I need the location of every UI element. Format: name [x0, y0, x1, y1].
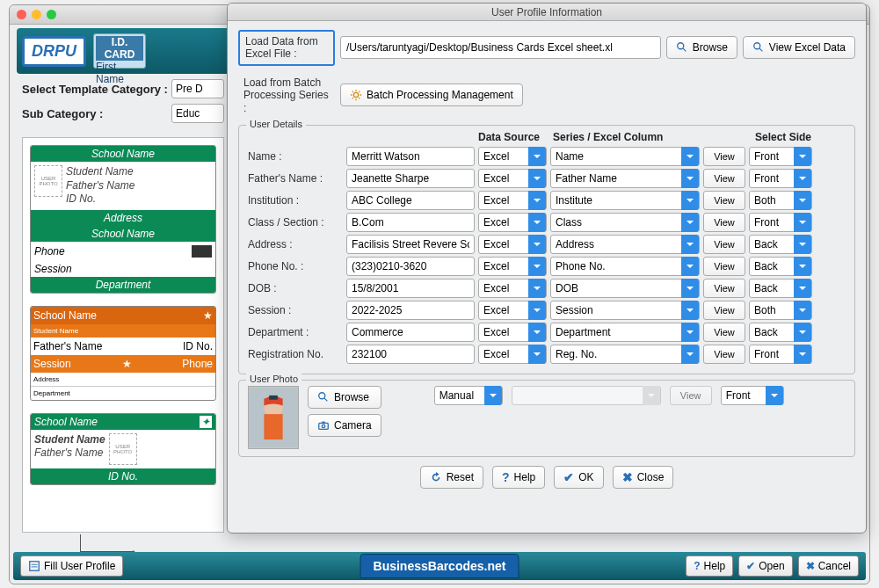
batch-processing-button[interactable]: Batch Processing Management	[340, 83, 523, 106]
connector-line	[80, 534, 133, 552]
series-column-select[interactable]: Address	[550, 235, 700, 254]
series-column-select[interactable]: Institute	[550, 191, 700, 210]
side-select[interactable]: Front	[749, 169, 812, 188]
select-side-header: Select Side	[755, 131, 821, 143]
browse-photo-button[interactable]: Browse	[308, 386, 381, 409]
user-detail-row: Address :ExcelAddressViewBack	[248, 235, 846, 254]
field-value-input[interactable]	[346, 345, 475, 364]
camera-button[interactable]: Camera	[308, 414, 381, 437]
series-column-select[interactable]: Father Name	[550, 169, 700, 188]
view-button[interactable]: View	[703, 213, 745, 232]
template-item-1[interactable]: School Name USER PHOTO Student Name Fath…	[30, 145, 216, 294]
close-dialog-button[interactable]: ✖Close	[613, 466, 674, 489]
dialog-button-bar: Reset ?Help ✔OK ✖Close	[238, 466, 855, 489]
data-source-select[interactable]: Excel	[478, 279, 547, 298]
chevron-down-icon	[681, 301, 699, 320]
dialog-title: User Profile Information	[228, 4, 866, 21]
user-detail-row: Name :ExcelNameViewFront	[248, 147, 846, 166]
view-button[interactable]: View	[703, 323, 745, 342]
view-excel-data-button[interactable]: View Excel Data	[743, 36, 855, 59]
sub-category-select[interactable]	[171, 104, 224, 123]
template-item-2[interactable]: School Name★ Student Name Father's NameI…	[30, 306, 216, 401]
data-source-select[interactable]: Excel	[478, 257, 547, 276]
open-button[interactable]: ✔Open	[738, 555, 792, 577]
camera-icon	[317, 419, 330, 432]
user-detail-row: Institution :ExcelInstituteViewBoth	[248, 191, 846, 210]
field-value-input[interactable]	[346, 323, 475, 342]
data-source-select[interactable]: Excel	[478, 235, 547, 254]
chevron-down-icon	[681, 169, 699, 188]
side-select[interactable]: Back	[749, 257, 812, 276]
view-button[interactable]: View	[703, 235, 745, 254]
field-value-input[interactable]	[346, 169, 475, 188]
view-button[interactable]: View	[703, 301, 745, 320]
field-value-input[interactable]	[346, 235, 475, 254]
field-label: Father's Name :	[248, 172, 343, 185]
help-button[interactable]: ?Help	[686, 555, 733, 577]
chevron-down-icon	[681, 191, 699, 210]
field-label: Address :	[248, 238, 343, 250]
series-column-select[interactable]: Reg. No.	[550, 345, 700, 364]
data-source-header: Data Source	[478, 131, 553, 143]
field-value-input[interactable]	[346, 213, 475, 232]
view-button[interactable]: View	[703, 257, 745, 276]
photo-view-button[interactable]: View	[670, 386, 712, 405]
zoom-traffic-light[interactable]	[47, 10, 56, 19]
help-dialog-button[interactable]: ?Help	[492, 466, 545, 489]
reset-button[interactable]: Reset	[420, 466, 483, 489]
chevron-down-icon	[528, 191, 546, 210]
data-source-select[interactable]: Excel	[478, 147, 547, 166]
side-select[interactable]: Front	[749, 147, 812, 166]
template-list[interactable]: School Name USER PHOTO Student Name Fath…	[22, 137, 224, 533]
series-column-select[interactable]: Class	[550, 213, 700, 232]
field-value-input[interactable]	[346, 301, 475, 320]
side-select[interactable]: Front	[749, 345, 812, 364]
side-select[interactable]: Back	[749, 279, 812, 298]
view-button[interactable]: View	[703, 169, 745, 188]
series-column-select[interactable]: Phone No.	[550, 257, 700, 276]
data-source-select[interactable]: Excel	[478, 301, 547, 320]
view-button[interactable]: View	[703, 191, 745, 210]
chevron-down-icon	[766, 386, 783, 405]
photo-side-select[interactable]: Front	[721, 386, 784, 405]
field-value-input[interactable]	[346, 191, 475, 210]
view-button[interactable]: View	[703, 279, 745, 298]
field-value-input[interactable]	[346, 147, 475, 166]
idcard-graphic: I.D. CARD First Name	[93, 33, 146, 69]
template-item-3[interactable]: School Name✦ Student Name Father's Name …	[30, 413, 216, 485]
field-value-input[interactable]	[346, 257, 475, 276]
close-traffic-light[interactable]	[17, 10, 26, 19]
data-source-select[interactable]: Excel	[478, 191, 547, 210]
photo-series-select[interactable]	[512, 386, 661, 405]
field-value-input[interactable]	[346, 279, 475, 298]
side-select[interactable]: Front	[749, 213, 812, 232]
series-column-select[interactable]: Department	[550, 323, 700, 342]
data-source-select[interactable]: Excel	[478, 323, 547, 342]
side-select[interactable]: Back	[749, 323, 812, 342]
excel-path-input[interactable]	[340, 36, 661, 59]
view-button[interactable]: View	[703, 345, 745, 364]
side-select[interactable]: Back	[749, 235, 812, 254]
chevron-down-icon	[794, 323, 811, 342]
side-select[interactable]: Both	[749, 301, 812, 320]
ok-button[interactable]: ✔OK	[554, 466, 603, 489]
fill-user-profile-button[interactable]: Fill User Profile	[20, 555, 123, 577]
template-category-select[interactable]	[171, 79, 224, 98]
series-column-select[interactable]: Name	[550, 147, 700, 166]
field-label: Class / Section :	[248, 216, 343, 229]
user-photo-preview	[248, 386, 299, 449]
field-label: Institution :	[248, 194, 343, 207]
data-source-select[interactable]: Excel	[478, 169, 547, 188]
field-label: DOB :	[248, 282, 343, 294]
data-source-select[interactable]: Excel	[478, 213, 547, 232]
view-button[interactable]: View	[703, 147, 745, 166]
browse-excel-button[interactable]: Browse	[666, 36, 737, 59]
series-column-select[interactable]: DOB	[550, 279, 700, 298]
cancel-button[interactable]: ✖Cancel	[798, 555, 859, 577]
minimize-traffic-light[interactable]	[32, 10, 41, 19]
data-source-select[interactable]: Excel	[478, 345, 547, 364]
series-column-select[interactable]: Session	[550, 301, 700, 320]
user-profile-dialog: User Profile Information Load Data from …	[227, 3, 867, 534]
photo-data-source-select[interactable]: Manual	[434, 386, 503, 405]
side-select[interactable]: Both	[749, 191, 812, 210]
